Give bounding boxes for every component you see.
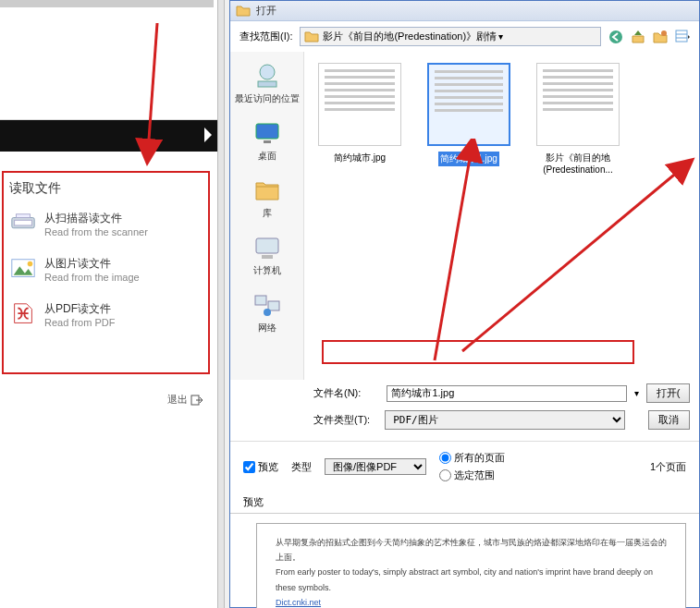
preview-content: 从早期复杂的招贴式企图到今天简约抽象的艺术性象征，城市与民族的烙迹都深深地烙印在…: [256, 523, 686, 608]
left-top-area: [0, 0, 217, 120]
pdf-zh: 从PDF读文件: [44, 301, 115, 317]
svg-rect-1: [15, 220, 32, 225]
filename-input[interactable]: [387, 385, 627, 402]
read-from-scanner[interactable]: 从扫描器读文件 Read from the scanner: [9, 211, 203, 237]
svg-rect-13: [258, 81, 276, 87]
title-bar: 打开: [230, 1, 699, 21]
range-label: 查找范围(I):: [239, 30, 292, 43]
display-type-select[interactable]: 图像/图像PDF: [325, 458, 426, 475]
pdf-en: Read from PDF: [44, 317, 115, 328]
read-title: 读取文件: [9, 180, 203, 197]
svg-rect-14: [256, 124, 278, 139]
read-from-pdf[interactable]: 从PDF读文件 Read from PDF: [9, 301, 203, 328]
svg-rect-16: [256, 238, 278, 253]
places-column: 最近访问的位置 桌面 库 计算机 网络: [230, 52, 304, 380]
image-icon: [9, 256, 37, 282]
new-folder-icon[interactable]: [653, 30, 668, 44]
range-toolbar: [608, 30, 690, 44]
open-dialog: 打开 查找范围(I): 影片《前目的地(Predestination)》剧情 ▾…: [229, 0, 700, 608]
image-en: Read from the image: [44, 272, 140, 283]
cancel-button[interactable]: 取消: [648, 410, 690, 430]
place-recent[interactable]: 最近访问的位置: [235, 61, 300, 105]
left-panel: 读取文件 从扫描器读文件 Read from the scanner 从图片读文…: [0, 0, 217, 608]
svg-rect-18: [255, 296, 266, 305]
svg-rect-17: [262, 255, 273, 259]
folder-icon: [304, 30, 319, 43]
exit-icon: [190, 395, 203, 406]
read-file-section: 读取文件 从扫描器读文件 Read from the scanner 从图片读文…: [2, 171, 210, 374]
preview-section-label: 预览: [230, 492, 699, 514]
up-icon[interactable]: [631, 30, 645, 44]
svg-point-12: [260, 65, 275, 79]
filetype-label: 文件类型(T):: [313, 413, 377, 427]
chevron-right-icon: [204, 128, 212, 142]
filetype-row: 文件类型(T): PDF/图片 取消: [304, 407, 699, 433]
pdf-icon: [9, 301, 37, 327]
file-item[interactable]: 简约城市.jpg: [313, 63, 406, 175]
svg-point-8: [661, 30, 667, 36]
svg-rect-2: [17, 214, 31, 218]
page-count-label: 1个页面: [650, 460, 686, 474]
radio-range[interactable]: 选定范围: [439, 468, 505, 482]
scanner-zh: 从扫描器读文件: [44, 211, 148, 226]
black-bar: [0, 120, 217, 152]
vertical-divider: [217, 0, 225, 608]
scanner-icon: [9, 211, 37, 237]
options-row: 预览 类型 图像/图像PDF 所有的页面 选定范围 1个页面: [230, 441, 699, 492]
file-item-selected[interactable]: 简约城市1.jpg: [423, 63, 515, 175]
place-network[interactable]: 网络: [252, 290, 282, 334]
dialog-title-text: 打开: [256, 4, 276, 18]
view-menu-icon[interactable]: [675, 30, 690, 44]
file-item[interactable]: 影片《前目的地(Predestination...: [532, 63, 624, 175]
scanner-en: Read from the scanner: [44, 226, 148, 237]
place-computer[interactable]: 计算机: [252, 233, 282, 277]
dropdown-arrow-icon: ▾: [498, 31, 503, 42]
place-desktop[interactable]: 桌面: [252, 118, 282, 163]
lookup-range-row: 查找范围(I): 影片《前目的地(Predestination)》剧情 ▾: [230, 21, 699, 52]
svg-point-20: [264, 309, 271, 316]
file-list[interactable]: 简约城市.jpg 简约城市1.jpg 影片《前目的地(Predestinatio…: [304, 52, 699, 380]
back-icon[interactable]: [608, 30, 623, 44]
open-folder-icon: [236, 4, 251, 18]
preview-checkbox[interactable]: 预览: [243, 460, 278, 474]
svg-point-7: [609, 30, 622, 43]
svg-point-5: [28, 261, 33, 267]
place-library[interactable]: 库: [252, 176, 282, 220]
svg-rect-15: [264, 140, 271, 143]
svg-rect-19: [268, 301, 279, 310]
filename-row: 文件名(N): ▾ 打开(: [304, 380, 699, 407]
range-dropdown[interactable]: 影片《前目的地(Predestination)》剧情 ▾: [300, 27, 601, 46]
filename-label: 文件名(N):: [313, 386, 379, 400]
read-from-image[interactable]: 从图片读文件 Read from the image: [9, 256, 203, 283]
radio-all-pages[interactable]: 所有的页面: [439, 451, 505, 465]
exit-button[interactable]: 退出: [0, 393, 213, 407]
svg-rect-9: [676, 30, 687, 42]
open-button[interactable]: 打开(: [646, 383, 690, 403]
type-label: 类型: [291, 460, 312, 474]
filetype-select[interactable]: PDF/图片: [385, 410, 625, 430]
image-zh: 从图片读文件: [44, 256, 140, 272]
